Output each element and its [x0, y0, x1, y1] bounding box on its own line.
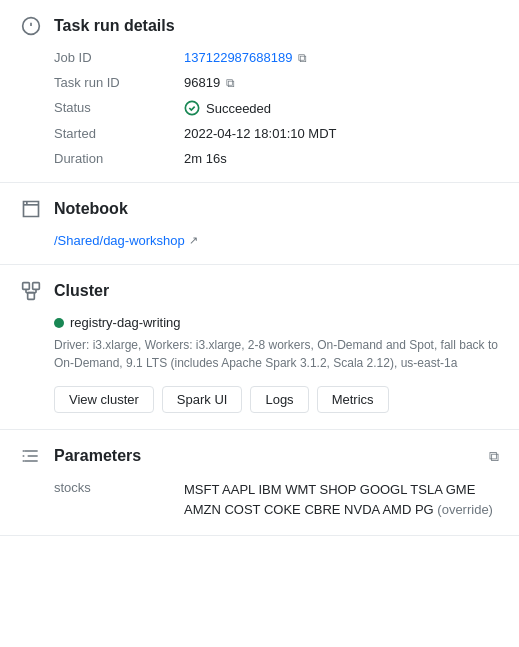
task-run-id-text: 96819 [184, 75, 220, 90]
task-run-id-label: Task run ID [54, 75, 184, 90]
notebook-title: Notebook [54, 200, 128, 218]
cluster-status-dot [54, 318, 64, 328]
success-check-icon [184, 100, 200, 116]
job-id-value: 137122987688189 ⧉ [184, 50, 499, 65]
parameters-title: Parameters [54, 447, 141, 465]
cluster-buttons-container: View cluster Spark UI Logs Metrics [54, 386, 499, 413]
stocks-param-value: MSFT AAPL IBM WMT SHOP GOOGL TSLA GME AM… [184, 480, 499, 519]
notebook-header: Notebook [20, 199, 499, 219]
cluster-header: Cluster [20, 281, 499, 301]
status-value: Succeeded [184, 100, 499, 116]
cluster-name-row: registry-dag-writing [54, 315, 499, 330]
cluster-description: Driver: i3.xlarge, Workers: i3.xlarge, 2… [54, 336, 499, 372]
task-run-details-section: Task run details Job ID 137122987688189 … [0, 0, 519, 183]
status-label: Status [54, 100, 184, 116]
svg-point-3 [185, 101, 198, 114]
notebook-external-link-icon: ↗ [189, 234, 198, 247]
notebook-path-link[interactable]: /Shared/dag-workshop [54, 233, 185, 248]
svg-rect-6 [28, 293, 35, 300]
parameters-header: Parameters ⧉ [20, 446, 499, 466]
job-id-link[interactable]: 137122987688189 [184, 50, 292, 65]
cluster-content: registry-dag-writing Driver: i3.xlarge, … [20, 315, 499, 413]
parameters-header-left: Parameters [20, 446, 141, 466]
parameters-icon [20, 446, 42, 466]
cluster-title: Cluster [54, 282, 109, 300]
stocks-param-text: MSFT AAPL IBM WMT SHOP GOOGL TSLA GME AM… [184, 482, 493, 517]
metrics-button[interactable]: Metrics [317, 386, 389, 413]
info-icon [20, 16, 42, 36]
parameters-section: Parameters ⧉ stocks MSFT AAPL IBM WMT SH… [0, 430, 519, 536]
status-text: Succeeded [206, 101, 271, 116]
started-value: 2022-04-12 18:01:10 MDT [184, 126, 499, 141]
task-run-details-title: Task run details [54, 17, 175, 35]
job-id-label: Job ID [54, 50, 184, 65]
override-badge: (override) [437, 502, 493, 517]
cluster-section: Cluster registry-dag-writing Driver: i3.… [0, 265, 519, 430]
copy-all-parameters-icon[interactable]: ⧉ [489, 448, 499, 465]
spark-ui-button[interactable]: Spark UI [162, 386, 243, 413]
cluster-icon [20, 281, 42, 301]
job-id-copy-icon[interactable]: ⧉ [298, 51, 307, 65]
duration-label: Duration [54, 151, 184, 166]
task-run-id-copy-icon[interactable]: ⧉ [226, 76, 235, 90]
logs-button[interactable]: Logs [250, 386, 308, 413]
cluster-name: registry-dag-writing [70, 315, 181, 330]
notebook-icon [20, 199, 42, 219]
view-cluster-button[interactable]: View cluster [54, 386, 154, 413]
duration-text: 2m 16s [184, 151, 227, 166]
notebook-path-container: /Shared/dag-workshop ↗ [20, 233, 499, 248]
started-text: 2022-04-12 18:01:10 MDT [184, 126, 336, 141]
svg-rect-5 [33, 283, 40, 290]
task-run-id-value: 96819 ⧉ [184, 75, 499, 90]
started-label: Started [54, 126, 184, 141]
notebook-section: Notebook /Shared/dag-workshop ↗ [0, 183, 519, 265]
task-run-details-header: Task run details [20, 16, 499, 36]
svg-rect-4 [23, 283, 30, 290]
task-run-details-table: Job ID 137122987688189 ⧉ Task run ID 968… [20, 50, 499, 166]
duration-value: 2m 16s [184, 151, 499, 166]
stocks-param-label: stocks [54, 480, 184, 519]
parameters-table: stocks MSFT AAPL IBM WMT SHOP GOOGL TSLA… [20, 480, 499, 519]
